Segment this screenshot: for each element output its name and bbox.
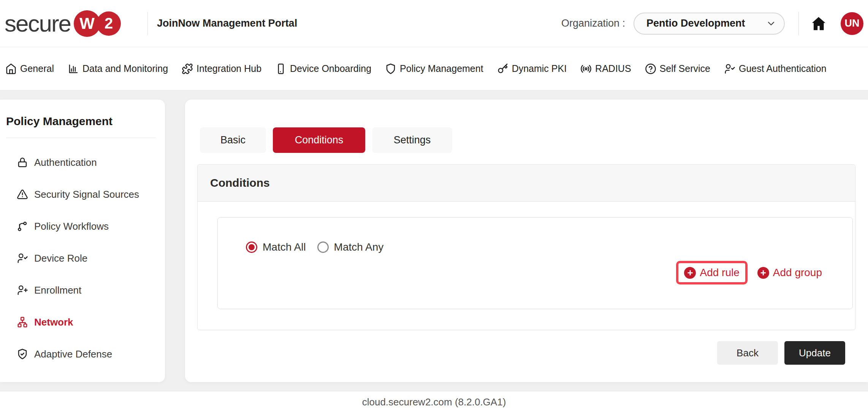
plus-circle-icon: + xyxy=(684,267,696,279)
logo-badge-w: W xyxy=(74,10,100,37)
add-actions: + Add rule + Add group xyxy=(676,261,822,284)
portal-title: JoinNow Management Portal xyxy=(157,17,297,29)
sidebar-policy-management: Policy Management Authentication Securit… xyxy=(0,100,165,382)
puzzle-icon xyxy=(182,63,193,75)
conditions-panel: Conditions Match All Match Any + Add rul… xyxy=(197,164,855,330)
nav-label: Guest Authentication xyxy=(739,63,827,74)
plus-circle-icon: + xyxy=(757,267,769,279)
sidebar-item-authentication[interactable]: Authentication xyxy=(0,146,165,178)
nav-label: Device Onboarding xyxy=(290,63,371,74)
header-divider xyxy=(147,12,148,35)
nav-label: General xyxy=(20,63,54,74)
nav-label: RADIUS xyxy=(595,63,631,74)
sidebar-item-label: Enrollment xyxy=(34,284,81,296)
nav-item-dynamic-pki[interactable]: Dynamic PKI xyxy=(497,63,567,75)
header-divider-2 xyxy=(798,12,799,35)
add-rule-button[interactable]: + Add rule xyxy=(684,267,739,279)
match-mode-group: Match All Match Any xyxy=(246,241,390,253)
match-all-radio[interactable] xyxy=(246,241,257,253)
sidebar-item-label: Network xyxy=(34,316,73,328)
logo-text: secure xyxy=(5,10,71,37)
nav-label: Data and Monitoring xyxy=(82,63,168,74)
sidebar-item-adaptive-defense[interactable]: Adaptive Defense xyxy=(0,338,165,370)
user-check-icon xyxy=(724,63,735,75)
nav-item-general[interactable]: General xyxy=(5,63,54,75)
key-icon xyxy=(497,63,508,75)
nav-item-policy-management[interactable]: Policy Management xyxy=(385,63,483,75)
home-icon xyxy=(810,15,827,32)
header: secure W 2 JoinNow Management Portal Org… xyxy=(0,0,868,47)
form-actions: Back Update xyxy=(717,341,845,365)
conditions-panel-title: Conditions xyxy=(198,165,855,202)
add-rule-label: Add rule xyxy=(700,267,739,279)
bar-chart-icon xyxy=(68,63,79,75)
sidebar-item-security-signal-sources[interactable]: Security Signal Sources xyxy=(0,178,165,210)
sidebar-item-label: Device Role xyxy=(34,253,87,264)
sidebar-item-enrollment[interactable]: Enrollment xyxy=(0,274,165,306)
add-rule-highlight-annotation: + Add rule xyxy=(676,261,747,284)
nav-item-guest-authentication[interactable]: Guest Authentication xyxy=(724,63,827,75)
shield-check-icon xyxy=(17,348,28,360)
user-plus-icon xyxy=(17,284,28,296)
tab-settings[interactable]: Settings xyxy=(372,127,452,153)
alert-triangle-icon xyxy=(17,189,28,200)
conditions-panel-body: Match All Match Any + Add rule + xyxy=(198,202,855,330)
organization-dropdown[interactable]: Pentio Development xyxy=(634,13,785,35)
home-button[interactable] xyxy=(810,15,827,32)
nav-label: Self Service xyxy=(660,63,710,74)
nav-item-self-service[interactable]: Self Service xyxy=(645,63,710,75)
securew2-logo[interactable]: secure W 2 xyxy=(5,10,121,37)
nav-item-radius[interactable]: RADIUS xyxy=(580,63,631,75)
nav-item-device-onboarding[interactable]: Device Onboarding xyxy=(275,63,371,75)
nav-item-integration-hub[interactable]: Integration Hub xyxy=(182,63,261,75)
sidebar-item-label: Policy Workflows xyxy=(34,221,109,232)
nav-item-data-and-monitoring[interactable]: Data and Monitoring xyxy=(68,63,168,75)
tab-bar: Basic Conditions Settings xyxy=(200,127,452,153)
match-any-label[interactable]: Match Any xyxy=(334,241,384,253)
sidebar-divider xyxy=(6,138,156,138)
match-all-label[interactable]: Match All xyxy=(263,241,306,253)
footer: cloud.securew2.com (8.2.0.GA1) xyxy=(0,391,868,413)
smartphone-icon xyxy=(275,63,287,75)
sidebar-item-label: Security Signal Sources xyxy=(34,189,139,200)
chevron-down-icon xyxy=(766,18,776,29)
nav-label: Integration Hub xyxy=(196,63,261,74)
lock-icon xyxy=(17,157,28,168)
home-outline-icon xyxy=(5,63,17,75)
organization-label: Organization : xyxy=(561,17,625,29)
tab-conditions[interactable]: Conditions xyxy=(273,127,365,153)
user-avatar[interactable]: UN xyxy=(841,12,863,35)
add-group-button[interactable]: + Add group xyxy=(757,267,822,279)
back-button[interactable]: Back xyxy=(717,341,778,365)
condition-group-box: Match All Match Any + Add rule + xyxy=(217,217,853,309)
organization-value: Pentio Development xyxy=(646,17,745,29)
workflow-branch-icon xyxy=(17,221,28,232)
user-check-icon xyxy=(17,253,28,264)
sidebar-item-label: Authentication xyxy=(34,157,97,168)
shield-icon xyxy=(385,63,396,75)
tab-basic[interactable]: Basic xyxy=(200,127,266,153)
sidebar-item-policy-workflows[interactable]: Policy Workflows xyxy=(0,210,165,242)
page: secure W 2 JoinNow Management Portal Org… xyxy=(0,0,868,413)
sidebar-item-device-role[interactable]: Device Role xyxy=(0,242,165,274)
network-sitemap-icon xyxy=(17,316,28,328)
main-content: Basic Conditions Settings Conditions Mat… xyxy=(185,100,868,382)
sidebar-item-network[interactable]: Network xyxy=(0,306,165,338)
primary-nav: General Data and Monitoring Integration … xyxy=(0,47,868,91)
sidebar-title: Policy Management xyxy=(6,115,159,128)
sidebar-item-label: Adaptive Defense xyxy=(34,348,112,360)
nav-label: Policy Management xyxy=(400,63,483,74)
radio-waves-icon xyxy=(580,63,592,75)
match-any-radio[interactable] xyxy=(317,241,329,253)
help-circle-icon xyxy=(645,63,656,75)
sidebar-menu: Authentication Security Signal Sources P… xyxy=(0,146,165,370)
update-button[interactable]: Update xyxy=(784,341,845,365)
nav-label: Dynamic PKI xyxy=(512,63,567,74)
footer-version-text: cloud.securew2.com (8.2.0.GA1) xyxy=(362,396,506,408)
add-group-label: Add group xyxy=(773,267,822,279)
